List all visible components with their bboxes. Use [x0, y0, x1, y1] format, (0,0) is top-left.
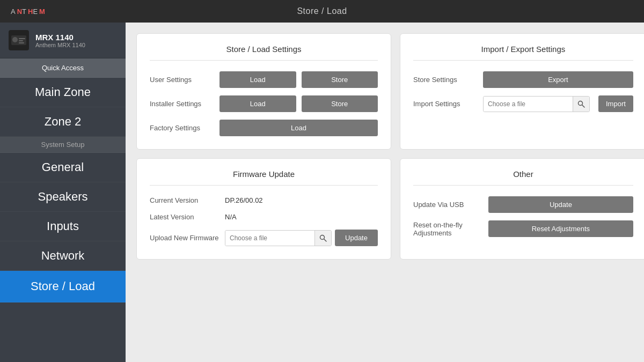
device-info: MRX 1140 Anthem MRX 1140: [0, 23, 126, 58]
svg-line-6: [582, 105, 585, 107]
firmware-file-input-group: [225, 230, 332, 246]
user-settings-label: User Settings: [150, 76, 214, 84]
other-card: Other Update Via USB Update Reset on-the…: [400, 158, 644, 260]
device-model: Anthem MRX 1140: [35, 42, 85, 48]
svg-rect-1: [12, 37, 18, 42]
app-header: ANTHEM Store / Load: [0, 0, 644, 23]
device-icon: [9, 30, 29, 50]
import-button[interactable]: Import: [598, 95, 633, 112]
svg-line-8: [324, 239, 327, 241]
svg-rect-2: [19, 38, 25, 39]
reset-adjustments-label: Reset on-the-flyAdjustments: [413, 221, 483, 237]
current-version-row: Current Version DP.26/00.02: [150, 196, 378, 204]
sidebar-item-system-setup: System Setup: [0, 137, 126, 153]
firmware-update-card: Firmware Update Current Version DP.26/00…: [136, 158, 391, 260]
import-export-settings-card: Import / Export Settings Store Settings …: [400, 33, 644, 150]
upload-group: Update: [225, 230, 378, 246]
import-settings-label: Import Settings: [413, 100, 478, 108]
import-settings-row: Import Settings Import: [413, 95, 633, 112]
export-button[interactable]: Export: [483, 71, 633, 88]
update-via-usb-button[interactable]: Update: [488, 196, 633, 213]
update-via-usb-row: Update Via USB Update: [413, 196, 633, 213]
store-load-settings-card: Store / Load Settings User Settings Load…: [136, 33, 391, 150]
installer-settings-row: Installer Settings Load Store: [150, 95, 378, 112]
upload-firmware-label: Upload New Firmware: [150, 234, 225, 242]
sidebar: MRX 1140 Anthem MRX 1140 Quick Access Ma…: [0, 23, 126, 362]
current-version-label: Current Version: [150, 196, 225, 204]
installer-settings-label: Installer Settings: [150, 100, 214, 108]
store-load-card-title: Store / Load Settings: [150, 45, 378, 61]
cards-grid: Store / Load Settings User Settings Load…: [136, 33, 633, 260]
svg-rect-3: [19, 40, 23, 41]
installer-settings-store-button[interactable]: Store: [302, 95, 378, 112]
factory-settings-label: Factory Settings: [150, 124, 214, 132]
device-name: MRX 1140: [35, 33, 85, 42]
store-settings-row: Store Settings Export: [413, 71, 633, 88]
device-text: MRX 1140 Anthem MRX 1140: [35, 33, 85, 48]
firmware-update-button[interactable]: Update: [335, 230, 378, 246]
user-settings-row: User Settings Load Store: [150, 71, 378, 88]
other-card-title: Other: [413, 169, 633, 186]
firmware-file-input[interactable]: [225, 231, 314, 246]
latest-version-value: N/A: [225, 213, 237, 221]
firmware-search-button[interactable]: [314, 231, 331, 246]
store-settings-label: Store Settings: [413, 76, 478, 84]
user-settings-load-button[interactable]: Load: [219, 71, 296, 88]
sidebar-item-quick-access[interactable]: Quick Access: [0, 58, 126, 78]
latest-version-row: Latest Version N/A: [150, 213, 378, 221]
app-body: MRX 1140 Anthem MRX 1140 Quick Access Ma…: [0, 23, 644, 362]
import-export-card-title: Import / Export Settings: [413, 45, 633, 61]
factory-settings-load-button[interactable]: Load: [219, 120, 378, 136]
import-file-input-group: [483, 96, 590, 112]
sidebar-item-network[interactable]: Network: [0, 241, 126, 271]
page-title: Store / Load: [297, 6, 347, 16]
factory-settings-row: Factory Settings Load: [150, 120, 378, 136]
sidebar-item-store-load[interactable]: Store / Load: [0, 271, 126, 302]
import-file-input[interactable]: [484, 97, 573, 112]
reset-adjustments-button[interactable]: Reset Adjustments: [488, 220, 633, 237]
latest-version-label: Latest Version: [150, 213, 225, 221]
update-via-usb-label: Update Via USB: [413, 201, 483, 209]
firmware-card-title: Firmware Update: [150, 169, 378, 186]
user-settings-store-button[interactable]: Store: [302, 71, 378, 88]
reset-adjustments-row: Reset on-the-flyAdjustments Reset Adjust…: [413, 220, 633, 237]
sidebar-item-main-zone[interactable]: Main Zone: [0, 78, 126, 107]
import-search-button[interactable]: [573, 97, 589, 112]
installer-settings-load-button[interactable]: Load: [219, 95, 296, 112]
sidebar-item-zone-2[interactable]: Zone 2: [0, 107, 126, 137]
sidebar-item-general[interactable]: General: [0, 153, 126, 182]
upload-firmware-row: Upload New Firmware Update: [150, 230, 378, 246]
main-content: Store / Load Settings User Settings Load…: [126, 23, 644, 362]
logo: ANTHEM: [11, 8, 45, 16]
sidebar-item-speakers[interactable]: Speakers: [0, 182, 126, 212]
svg-rect-4: [19, 42, 24, 43]
sidebar-item-inputs[interactable]: Inputs: [0, 212, 126, 241]
current-version-value: DP.26/00.02: [225, 196, 263, 204]
